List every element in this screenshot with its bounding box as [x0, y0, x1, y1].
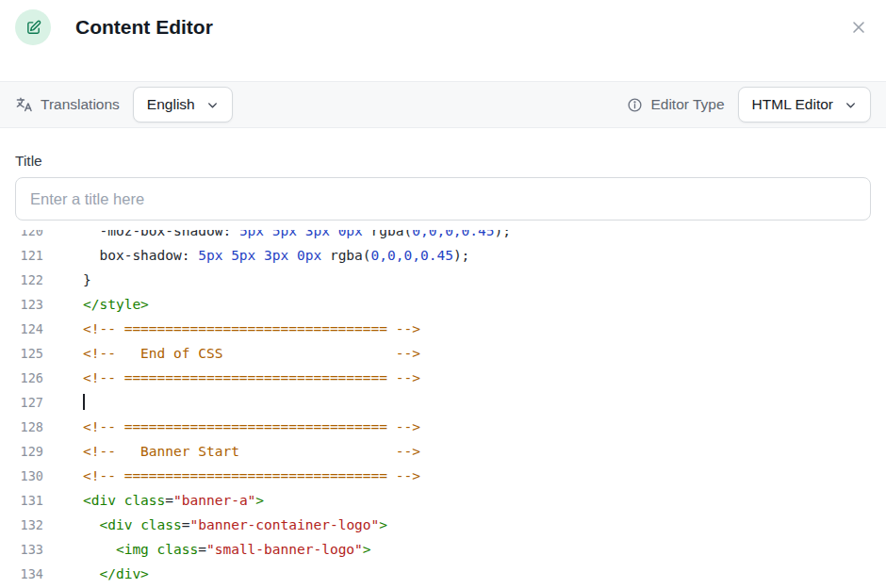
editor-type-select-button[interactable]: HTML Editor: [738, 87, 871, 122]
language-value: English: [147, 96, 195, 113]
line-code: [83, 390, 85, 415]
line-code: <!-- ================================ --…: [83, 415, 420, 439]
line-number: 130: [0, 464, 43, 488]
line-code: }: [83, 268, 91, 292]
code-line[interactable]: 127: [0, 390, 886, 415]
text-cursor: [83, 394, 85, 410]
page-title: Content Editor: [75, 9, 213, 45]
line-code: <!-- ================================ --…: [83, 464, 420, 488]
line-code: <div class="banner-container-logo">: [83, 513, 387, 537]
line-code: <!-- ================================ --…: [83, 317, 420, 341]
code-line[interactable]: 128<!-- ================================…: [0, 415, 886, 439]
code-line[interactable]: 121 box-shadow: 5px 5px 3px 0px rgba(0,0…: [0, 243, 886, 268]
header: Content Editor: [0, 0, 886, 81]
line-code: <img class="small-banner-logo">: [83, 537, 371, 562]
editor-type-value: HTML Editor: [752, 96, 833, 113]
line-code: <div class="banner-a">: [83, 488, 264, 513]
line-number: 122: [0, 268, 43, 292]
close-icon: [851, 20, 866, 35]
edit-pencil-icon: [25, 20, 41, 36]
code-content: 120 -moz-box-shadow: 5px 5px 3px 0px rgb…: [0, 230, 886, 586]
toolbar: Translations English Editor Type HTML Ed…: [0, 81, 886, 128]
line-number: 131: [0, 488, 43, 513]
line-number: 132: [0, 513, 43, 537]
code-line[interactable]: 120 -moz-box-shadow: 5px 5px 3px 0px rgb…: [0, 230, 886, 243]
line-number: 124: [0, 317, 43, 341]
line-number: 128: [0, 415, 43, 439]
line-number: 127: [0, 390, 43, 415]
chevron-down-icon: [206, 99, 219, 111]
translations-label: Translations: [41, 96, 120, 113]
toolbar-right-group: Editor Type HTML Editor: [627, 87, 871, 122]
code-line[interactable]: 132 <div class="banner-container-logo">: [0, 513, 886, 537]
close-button[interactable]: [848, 17, 869, 38]
code-line[interactable]: 134 </div>: [0, 562, 886, 586]
line-number: 125: [0, 341, 43, 366]
content-editor-icon-badge: [15, 9, 51, 45]
code-line[interactable]: 131<div class="banner-a">: [0, 488, 886, 513]
code-line[interactable]: 124<!-- ================================…: [0, 317, 886, 341]
line-code: </style>: [83, 292, 149, 317]
line-number: 121: [0, 243, 43, 268]
language-select-button[interactable]: English: [133, 87, 233, 122]
line-number: 129: [0, 439, 43, 464]
line-number: 126: [0, 366, 43, 390]
chevron-down-icon: [845, 99, 857, 111]
code-line[interactable]: 123</style>: [0, 292, 886, 317]
translate-icon: [15, 96, 33, 114]
code-editor[interactable]: 120 -moz-box-shadow: 5px 5px 3px 0px rgb…: [0, 230, 886, 587]
line-code: -moz-box-shadow: 5px 5px 3px 0px rgba(0,…: [83, 230, 511, 243]
title-label: Title: [15, 153, 871, 170]
code-line[interactable]: 125<!-- End of CSS -->: [0, 341, 886, 366]
line-number: 123: [0, 292, 43, 317]
line-code: <!-- End of CSS -->: [83, 341, 420, 366]
line-code: <!-- Banner Start -->: [83, 439, 420, 464]
code-line[interactable]: 130<!-- ================================…: [0, 464, 886, 488]
line-number: 134: [0, 562, 43, 586]
title-input[interactable]: [15, 177, 871, 220]
line-code: </div>: [83, 562, 149, 586]
line-number: 133: [0, 537, 43, 562]
line-code: <!-- ================================ --…: [83, 366, 420, 390]
line-number: 120: [0, 230, 43, 243]
line-code: box-shadow: 5px 5px 3px 0px rgba(0,0,0,0…: [83, 243, 469, 268]
info-icon[interactable]: [627, 97, 643, 113]
code-line[interactable]: 126<!-- ================================…: [0, 366, 886, 390]
code-line[interactable]: 122}: [0, 268, 886, 292]
code-line[interactable]: 133 <img class="small-banner-logo">: [0, 537, 886, 562]
code-line[interactable]: 129<!-- Banner Start -->: [0, 439, 886, 464]
editor-type-label: Editor Type: [650, 96, 724, 113]
